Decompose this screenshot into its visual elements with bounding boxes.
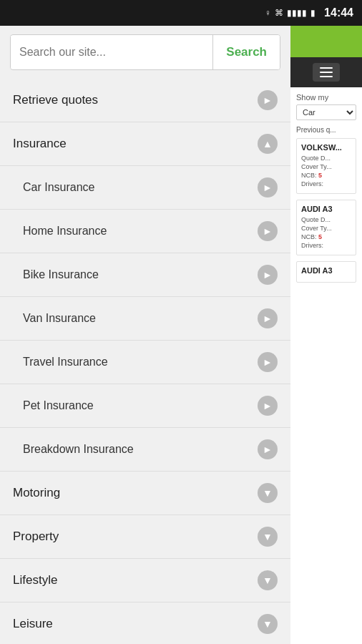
property-label: Property [13, 530, 59, 544]
signal-icon: ▮▮▮▮ [287, 8, 307, 18]
insurance-label: Insurance [13, 137, 67, 151]
van-insurance-label: Van Insurance [23, 312, 96, 325]
car-insurance-item[interactable]: Car Insurance ► [0, 166, 290, 210]
menu-section: Retrieve quotes ► Insurance ▲ Car Insura… [0, 79, 290, 644]
car-insurance-label: Car Insurance [23, 181, 95, 194]
pet-insurance-label: Pet Insurance [23, 399, 94, 412]
pet-insurance-arrow: ► [258, 396, 278, 416]
breakdown-insurance-arrow: ► [258, 439, 278, 459]
search-bar: Search [10, 34, 280, 70]
property-item[interactable]: Property ▼ [0, 515, 290, 559]
leisure-item[interactable]: Leisure ▼ [0, 602, 290, 644]
motoring-item[interactable]: Motoring ▼ [0, 472, 290, 515]
van-insurance-item[interactable]: Van Insurance ► [0, 297, 290, 341]
home-insurance-item[interactable]: Home Insurance ► [0, 210, 290, 253]
left-panel: Search Retrieve quotes ► Insurance ▲ Car… [0, 26, 290, 644]
car-card-1-drivers: Drivers: [301, 180, 351, 187]
bike-insurance-label: Bike Insurance [23, 268, 99, 281]
status-bar: ♀ ⌘ ▮▮▮▮ ▮ 14:44 [0, 0, 362, 26]
car-card-2-drivers: Drivers: [301, 242, 351, 249]
status-icons: ♀ ⌘ ▮▮▮▮ ▮ [265, 8, 315, 18]
travel-insurance-label: Travel Insurance [23, 356, 108, 369]
car-card-2-ncb: NCB: 5 [301, 233, 351, 240]
travel-insurance-arrow: ► [258, 352, 278, 372]
car-card-1-ncb: NCB: 5 [301, 172, 351, 179]
leisure-arrow: ▼ [258, 614, 278, 634]
retrieve-quotes-arrow: ► [258, 90, 278, 110]
insurance-item[interactable]: Insurance ▲ [0, 122, 290, 166]
bike-insurance-arrow: ► [258, 265, 278, 285]
bike-insurance-item[interactable]: Bike Insurance ► [0, 253, 290, 297]
car-card-3[interactable]: AUDI A3 [296, 261, 356, 283]
right-content: Show my Car Previous q... VOLKSW... Quot… [290, 87, 362, 644]
retrieve-quotes-item[interactable]: Retrieve quotes ► [0, 79, 290, 122]
previous-label: Previous q... [296, 126, 356, 134]
lifestyle-arrow: ▼ [258, 570, 278, 590]
home-insurance-arrow: ► [258, 221, 278, 241]
pet-insurance-item[interactable]: Pet Insurance ► [0, 384, 290, 428]
right-green-bar [290, 26, 362, 57]
search-input[interactable] [11, 36, 212, 69]
car-card-2-title: AUDI A3 [301, 205, 351, 213]
status-time: 14:44 [324, 6, 353, 19]
battery-icon: ▮ [310, 8, 315, 18]
right-panel: Show my Car Previous q... VOLKSW... Quot… [290, 26, 362, 644]
main-layout: Search Retrieve quotes ► Insurance ▲ Car… [0, 26, 362, 644]
home-insurance-label: Home Insurance [23, 225, 107, 238]
search-button[interactable]: Search [212, 35, 280, 69]
van-insurance-arrow: ► [258, 308, 278, 328]
right-dark-header [290, 57, 362, 87]
car-card-2-quote: Quote D... [301, 216, 351, 223]
car-card-1-quote: Quote D... [301, 155, 351, 162]
show-my-label: Show my [296, 93, 356, 102]
car-insurance-arrow: ► [258, 177, 278, 197]
leisure-label: Leisure [13, 617, 53, 631]
car-card-2[interactable]: AUDI A3 Quote D... Cover Ty... NCB: 5 Dr… [296, 200, 356, 255]
car-card-1-cover: Cover Ty... [301, 163, 351, 170]
car-card-2-cover: Cover Ty... [301, 225, 351, 232]
travel-insurance-item[interactable]: Travel Insurance ► [0, 341, 290, 384]
car-card-3-title: AUDI A3 [301, 266, 351, 275]
car-select[interactable]: Car [296, 104, 356, 120]
lifestyle-label: Lifestyle [13, 573, 57, 587]
breakdown-insurance-label: Breakdown Insurance [23, 443, 134, 456]
car-card-1[interactable]: VOLKSW... Quote D... Cover Ty... NCB: 5 … [296, 138, 356, 194]
insurance-arrow: ▲ [258, 134, 278, 154]
motoring-label: Motoring [13, 486, 60, 500]
hamburger-icon [320, 67, 333, 77]
car-card-1-title: VOLKSW... [301, 143, 351, 152]
lifestyle-item[interactable]: Lifestyle ▼ [0, 559, 290, 602]
hamburger-button[interactable] [313, 63, 340, 82]
eye-icon: ♀ [265, 8, 271, 18]
motoring-arrow: ▼ [258, 483, 278, 503]
retrieve-quotes-label: Retrieve quotes [13, 93, 98, 107]
wifi-icon: ⌘ [275, 8, 283, 18]
property-arrow: ▼ [258, 527, 278, 547]
breakdown-insurance-item[interactable]: Breakdown Insurance ► [0, 428, 290, 472]
